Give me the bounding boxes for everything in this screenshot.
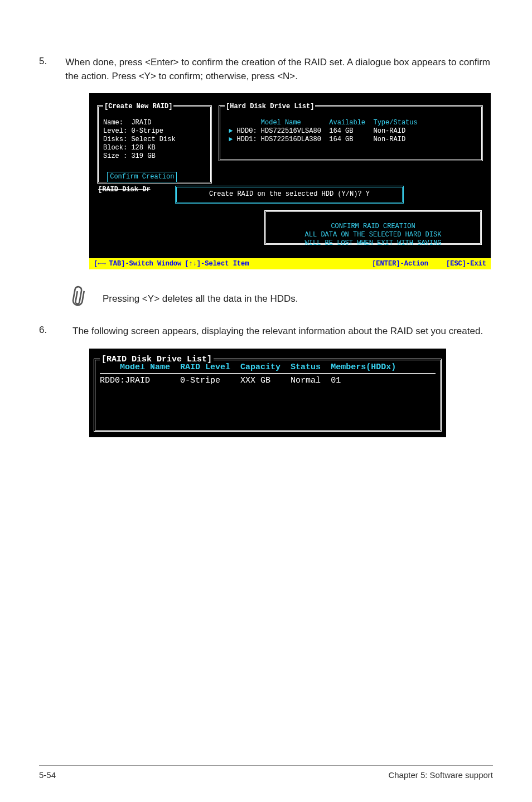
hint-tab: TAB]-Switch Window	[109, 260, 182, 268]
hdr2-cap: Capacity	[240, 363, 280, 372]
step-6: 6. The following screen appears, display…	[39, 325, 493, 339]
paperclip-icon	[62, 281, 96, 316]
r1-type: Non-RAID	[374, 127, 406, 135]
footer-page-number: 5-54	[39, 770, 56, 780]
confirm-raid-dialog-text: Create RAID on the selected HDD (Y/N)? Y	[177, 187, 402, 202]
step-5-text: When done, press <Enter> to confirm the …	[65, 56, 493, 83]
footer-chapter: Chapter 5: Software support	[388, 770, 493, 780]
step-6-text: The following screen appears, displaying…	[72, 325, 483, 339]
create-size: Size : 319 GB	[103, 152, 156, 160]
note-text: Pressing <Y> deletes all the data in the…	[103, 293, 298, 305]
hint-updown: [↑↓]-Select Item	[185, 260, 249, 268]
hard-disk-drive-list-title: [Hard Disk Drive List]	[225, 103, 315, 110]
hint-enter: [ENTER]-Action	[372, 260, 428, 268]
row-stat: Normal	[291, 376, 321, 385]
confirm-creation-button[interactable]: Confirm Creation	[107, 172, 177, 182]
bios-screenshot-2: [RAID Disk Drive List] Model Name RAID L…	[89, 349, 446, 437]
hdr2-stat: Status	[291, 363, 321, 372]
create-block: Block: 128 KB	[103, 144, 156, 152]
rule	[100, 373, 436, 374]
create-level: Level: 0-Stripe	[103, 127, 163, 135]
hdr-model: Model Name	[261, 119, 301, 127]
raid-disk-panel-truncated: [RAID Disk Dr	[97, 186, 170, 195]
create-disks: Disks: Select Disk	[103, 136, 176, 143]
step-5-number: 5.	[39, 56, 52, 83]
hdr2-mem: Members(HDDx)	[331, 363, 396, 372]
hint-esc: [ESC]-Exit	[446, 260, 486, 268]
arrow-icon: ►	[229, 136, 233, 143]
hint-arrows-icon: [←→	[94, 260, 106, 268]
raid-disk-title-struck: [RAID Disk Dr	[97, 186, 152, 194]
row-cap: XXX GB	[240, 376, 270, 385]
create-new-raid-panel: [Create New RAID] Name: JRAID Level: 0-S…	[97, 105, 212, 183]
arrow-icon: ►	[229, 127, 233, 135]
r1-avail: 164 GB	[329, 127, 353, 135]
r1-dev: HDD0:	[237, 127, 257, 135]
hint-bar: [←→ TAB]-Switch Window [↑↓]-Select Item …	[89, 258, 491, 269]
r2-type: Non-RAID	[374, 136, 406, 143]
raid-disk-drive-list-panel: [RAID Disk Drive List] Model Name RAID L…	[94, 359, 442, 432]
row-model: RDD0:JRAID	[100, 376, 150, 385]
create-name: Name: JRAID	[103, 119, 151, 127]
confirm-raid-dialog[interactable]: Create RAID on the selected HDD (Y/N)? Y	[175, 186, 404, 204]
create-new-raid-title: [Create New RAID]	[103, 103, 173, 110]
warn-l2: ALL DATA ON THE SELECTED HARD DISK	[305, 231, 442, 239]
r1-model: HDS722516VLSA80	[261, 127, 321, 135]
row-mem: 01	[331, 376, 341, 385]
r2-dev: HDD1:	[237, 136, 257, 143]
bios-screenshot-1: [Create New RAID] Name: JRAID Level: 0-S…	[89, 93, 491, 269]
note-box: Pressing <Y> deletes all the data in the…	[68, 285, 493, 312]
hdr-type: Type/Status	[373, 119, 417, 127]
hard-disk-drive-list-panel: [Hard Disk Drive List] Model Name Availa…	[219, 105, 483, 161]
raid-disk-drive-list-title: [RAID Disk Drive List]	[100, 355, 214, 364]
r2-model: HDS722516DLA380	[261, 136, 321, 143]
step-5: 5. When done, press <Enter> to confirm t…	[39, 56, 493, 83]
warn-l3: WILL BE LOST WHEN EXIT WITH SAVING	[305, 239, 442, 247]
r2-avail: 164 GB	[329, 136, 353, 143]
warning-panel: CONFIRM RAID CREATION ALL DATA ON THE SE…	[264, 210, 482, 245]
hdr-avail: Available	[329, 119, 365, 127]
step-6-number: 6.	[39, 325, 59, 339]
row-level: 0-Stripe	[180, 376, 220, 385]
warn-l1: CONFIRM RAID CREATION	[331, 223, 415, 230]
page-footer: 5-54 Chapter 5: Software support	[39, 765, 493, 780]
